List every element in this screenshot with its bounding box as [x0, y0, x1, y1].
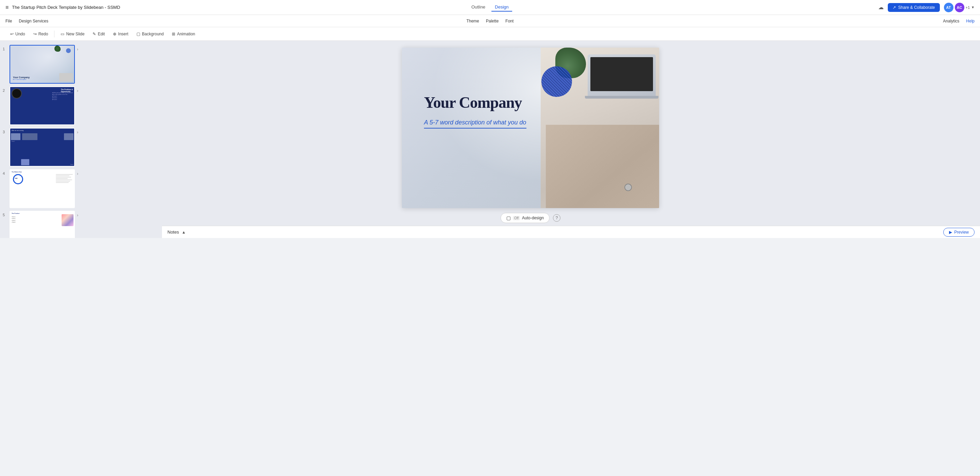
slide-thumb-wrap-4: The Market Size TAM [10, 169, 75, 208]
auto-design-off-label: Off [513, 216, 520, 220]
slide-thumb-3: Who we are serving Point 1 Point 4 [10, 129, 74, 166]
background-button[interactable]: ▢ Background [133, 30, 167, 38]
theme-menu[interactable]: Theme [466, 19, 479, 24]
slides-panel: 1 Your Company A 5-7 word description › [0, 41, 81, 238]
slide4-title: The Market Size [11, 171, 22, 173]
share-icon: ↗ [892, 5, 896, 10]
avatar-at: AT [944, 3, 953, 12]
edit-icon: ✎ [92, 32, 96, 36]
slide1-laptop [59, 73, 73, 82]
design-services-menu[interactable]: Design Services [19, 19, 48, 24]
menubar-center: Theme Palette Font [466, 19, 514, 24]
redo-button[interactable]: ↪ Redo [30, 30, 52, 38]
slide-thumb-5: The Product • Point 1 • Point 2 • Point … [10, 211, 74, 238]
help-icon: ? [556, 216, 558, 220]
topbar-nav: Outline Design [468, 3, 512, 11]
canvas-area: Your Company A 5-7 word description of w… [81, 41, 980, 238]
slide-chevron-4[interactable]: › [77, 171, 78, 176]
redo-icon: ↪ [33, 32, 37, 36]
new-slide-icon: ▭ [60, 32, 64, 36]
cloud-icon[interactable]: ☁ [878, 4, 884, 11]
hamburger-icon[interactable]: ≡ [5, 5, 8, 11]
slide-number-4: 4 [3, 171, 8, 175]
file-menu[interactable]: File [5, 19, 12, 24]
app-title: The Startup Pitch Deck Template by Slide… [12, 5, 120, 10]
slide-thumb-1: Your Company A 5-7 word description [10, 46, 74, 83]
canvas-hands-area [546, 125, 659, 208]
slide3-ship [22, 133, 37, 140]
undo-button[interactable]: ↩ Undo [7, 30, 29, 38]
tab-outline[interactable]: Outline [468, 3, 488, 11]
tab-design[interactable]: Design [492, 3, 512, 11]
avatar-ac: AC [955, 3, 964, 12]
slide-number-3: 3 [3, 130, 8, 134]
background-icon: ▢ [137, 32, 140, 36]
slide5-title: The Product [11, 213, 19, 214]
slide3-scale [64, 133, 73, 140]
toolbar: ↩ Undo ↪ Redo ▭ New Slide ✎ Edit ⊕ Inser… [0, 27, 980, 41]
slide1-plant [54, 46, 60, 52]
slide2-camera [11, 89, 22, 98]
slide-chevron-2[interactable]: › [77, 89, 78, 93]
preview-button[interactable]: ▶ Preview [943, 228, 975, 236]
slide-item-1[interactable]: 1 Your Company A 5-7 word description › [0, 43, 81, 85]
slide3-label4: Point 4 [70, 164, 73, 165]
slide-thumb-4: The Market Size TAM [10, 170, 74, 208]
slide-thumb-wrap-1: Your Company A 5-7 word description [10, 45, 75, 84]
auto-design-icon: ▢ [506, 215, 511, 221]
topbar-left: ≡ The Startup Pitch Deck Template by Sli… [5, 5, 873, 11]
slide-chevron-3[interactable]: › [77, 130, 78, 135]
slide4-circle [13, 174, 23, 184]
auto-design-help-button[interactable]: ? [553, 214, 560, 222]
slide3-label1: Point 1 [11, 141, 14, 142]
slide4-lines [56, 173, 73, 184]
canvas-watch [624, 184, 632, 191]
palette-menu[interactable]: Palette [486, 19, 498, 24]
slide-chevron-5[interactable]: › [77, 213, 78, 217]
main-content: 1 Your Company A 5-7 word description › [0, 41, 980, 238]
share-collaborate-button[interactable]: ↗ Share & Collaborate [888, 3, 940, 12]
canvas-slide-subtitle[interactable]: A 5-7 word description of what you do [424, 119, 527, 129]
slide-thumb-2: The Problem &Opportunity ■ What pain poi… [10, 87, 74, 124]
slide-number-1: 1 [3, 47, 8, 51]
font-menu[interactable]: Font [505, 19, 514, 24]
slide-item-4[interactable]: 4 The Market Size TAM [0, 168, 81, 209]
slide-item-5[interactable]: 5 The Product • Point 1 • Point 2 • Poin… [0, 209, 81, 238]
canvas-slide-title[interactable]: Your Company [424, 94, 522, 111]
slide1-orb [66, 48, 71, 53]
help-button[interactable]: Help [966, 19, 975, 24]
slide5-image [62, 214, 73, 226]
insert-button[interactable]: ⊕ Insert [110, 30, 132, 38]
avatar-dropdown-icon[interactable]: ▼ [971, 5, 975, 9]
auto-design-label: Auto-design [522, 216, 544, 220]
slide-item-3[interactable]: 3 Who we are serving Point 1 Point 4 › [0, 127, 81, 168]
slide3-title: Who we are serving [11, 130, 24, 131]
slide-item-2[interactable]: 2 The Problem &Opportunity ■ What pain p… [0, 85, 81, 127]
slide-chevron-1[interactable]: › [77, 47, 78, 52]
slide1-subtitle: A 5-7 word description [13, 79, 30, 80]
auto-design-button[interactable]: ▢ Off Auto-design [501, 213, 550, 223]
slide2-points: ■ What pain point have you discovered ■ … [52, 92, 73, 101]
menubar-right: Analytics Help [943, 19, 975, 24]
toolbar-left: ↩ Undo ↪ Redo ▭ New Slide ✎ Edit ⊕ Inser… [7, 30, 199, 38]
slide-thumb-wrap-2: The Problem &Opportunity ■ What pain poi… [10, 86, 75, 125]
canvas-laptop-screen [590, 57, 653, 91]
animation-icon: ⊞ [172, 32, 175, 36]
canvas-laptop-base [585, 96, 659, 98]
slide4-tam: TAM [14, 178, 18, 179]
canvas-laptop-body [588, 54, 656, 98]
new-slide-button[interactable]: ▭ New Slide [57, 30, 88, 38]
animation-button[interactable]: ⊞ Animation [169, 30, 198, 38]
slide-thumb-wrap-5: The Product • Point 1 • Point 2 • Point … [10, 211, 75, 238]
preview-label: Preview [954, 230, 969, 235]
menubar: File Design Services Theme Palette Font … [0, 15, 980, 27]
avatar-plus-count: +1 [966, 5, 970, 10]
slide1-text: Your Company A 5-7 word description [13, 76, 30, 80]
canvas-bottom: ▢ Off Auto-design ? [501, 213, 560, 223]
notes-chevron-icon: ▲ [182, 230, 186, 235]
notes-bar[interactable]: Notes ▲ [162, 226, 980, 238]
slide-canvas[interactable]: Your Company A 5-7 word description of w… [402, 48, 659, 208]
analytics-button[interactable]: Analytics [943, 19, 959, 24]
edit-button[interactable]: ✎ Edit [89, 30, 108, 38]
insert-icon: ⊕ [113, 32, 116, 36]
